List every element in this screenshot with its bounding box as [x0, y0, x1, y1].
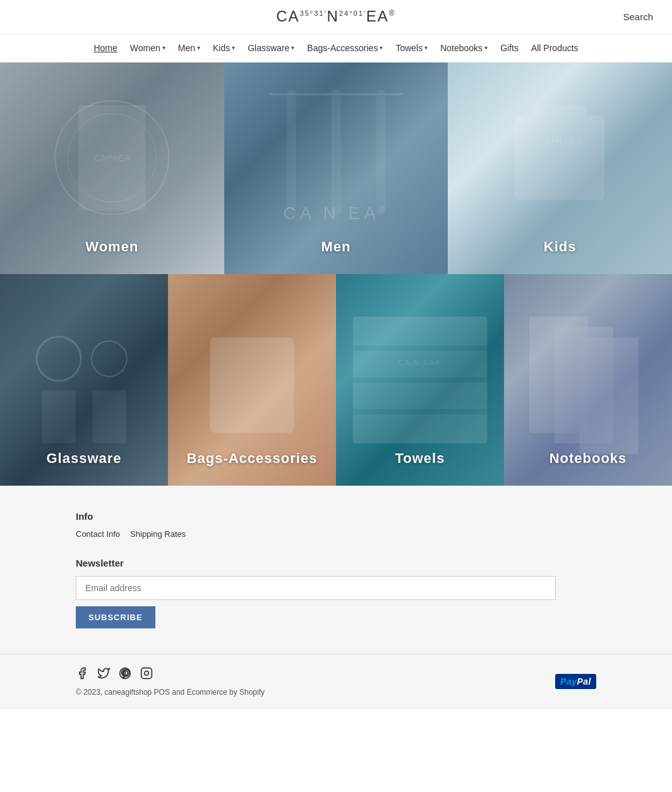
category-kids-label: Kids [448, 239, 672, 255]
category-notebooks[interactable]: Notebooks [504, 274, 672, 486]
pinterest-icon[interactable] [119, 667, 131, 683]
chevron-down-icon: ▾ [197, 44, 200, 51]
facebook-icon[interactable] [76, 667, 88, 683]
svg-rect-23 [580, 337, 639, 453]
nav-item-notebooks[interactable]: Notebooks ▾ [435, 40, 493, 56]
category-bags-accessories[interactable]: Bags-Accessories [168, 274, 336, 486]
chevron-down-icon: ▾ [380, 44, 383, 51]
svg-rect-3 [78, 105, 145, 211]
twitter-icon[interactable] [97, 667, 110, 683]
nav-item-gifts[interactable]: Gifts [495, 40, 524, 56]
category-women[interactable]: CA•N•EA Women [0, 63, 224, 274]
social-icons [76, 667, 265, 683]
main-nav: Home Women ▾ Men ▾ Kids ▾ Glassware ▾ Ba… [0, 34, 672, 63]
header: CA35°31′N24°01′EA® Search [0, 0, 672, 34]
svg-rect-12 [42, 390, 76, 443]
category-towels-label: Towels [336, 450, 504, 467]
nav-item-glassware[interactable]: Glassware ▾ [243, 40, 299, 56]
nav-item-towels[interactable]: Towels ▾ [390, 40, 433, 56]
footer-bottom: © 2023, caneagiftshop POS and Ecommerce … [0, 654, 672, 709]
svg-rect-9 [533, 105, 587, 130]
nav-item-all-products[interactable]: All Products [526, 40, 584, 56]
newsletter-form: SUBSCRIBE [76, 576, 556, 628]
category-notebooks-label: Notebooks [504, 450, 672, 467]
chevron-down-icon: ▾ [484, 44, 488, 51]
hero-grid-bottom: Glassware Bags-Accessories CA·N·EA® Towe… [0, 274, 672, 486]
category-towels[interactable]: CA·N·EA® Towels [336, 274, 504, 486]
footer-info: Info Contact Info Shipping Rates Newslet… [0, 486, 672, 654]
footer-links: Contact Info Shipping Rates [76, 529, 596, 539]
email-input[interactable] [76, 576, 556, 600]
chevron-down-icon: ▾ [291, 44, 294, 51]
category-kids[interactable]: CA•N•EA Kids [448, 63, 672, 274]
copyright-text: © 2023, caneagiftshop POS and Ecommerce … [76, 688, 265, 697]
nav-item-kids[interactable]: Kids ▾ [208, 40, 240, 56]
footer-info-title: Info [76, 511, 596, 522]
hero-grid-top: CA•N•EA Women CA N EA® Men [0, 63, 672, 274]
nav-item-home[interactable]: Home [88, 40, 122, 56]
category-glassware[interactable]: Glassware [0, 274, 168, 486]
nav-item-women[interactable]: Women ▾ [125, 40, 171, 56]
nav-item-men[interactable]: Men ▾ [173, 40, 205, 56]
chevron-down-icon: ▾ [162, 44, 165, 51]
svg-rect-13 [92, 390, 126, 443]
nav-item-bags-accessories[interactable]: Bags-Accessories ▾ [302, 40, 388, 56]
footer-link-contact[interactable]: Contact Info [76, 529, 120, 539]
category-men[interactable]: CA N EA® Men [224, 63, 448, 274]
chevron-down-icon: ▾ [232, 44, 235, 51]
search-button[interactable]: Search [623, 11, 653, 22]
svg-rect-14 [210, 337, 294, 433]
footer-link-shipping[interactable]: Shipping Rates [130, 529, 186, 539]
category-glassware-label: Glassware [0, 450, 168, 467]
svg-rect-24 [141, 668, 152, 678]
subscribe-button[interactable]: SUBSCRIBE [76, 606, 155, 628]
logo[interactable]: CA35°31′N24°01′EA® [276, 8, 395, 26]
instagram-icon[interactable] [140, 667, 153, 683]
category-men-label: Men [224, 239, 448, 255]
category-bags-accessories-label: Bags-Accessories [168, 450, 336, 467]
chevron-down-icon: ▾ [424, 44, 428, 51]
category-women-label: Women [0, 239, 224, 255]
payment-badge: PayPal [555, 676, 596, 687]
svg-point-10 [37, 337, 81, 381]
svg-point-11 [92, 341, 127, 376]
newsletter-title: Newsletter [76, 558, 596, 568]
